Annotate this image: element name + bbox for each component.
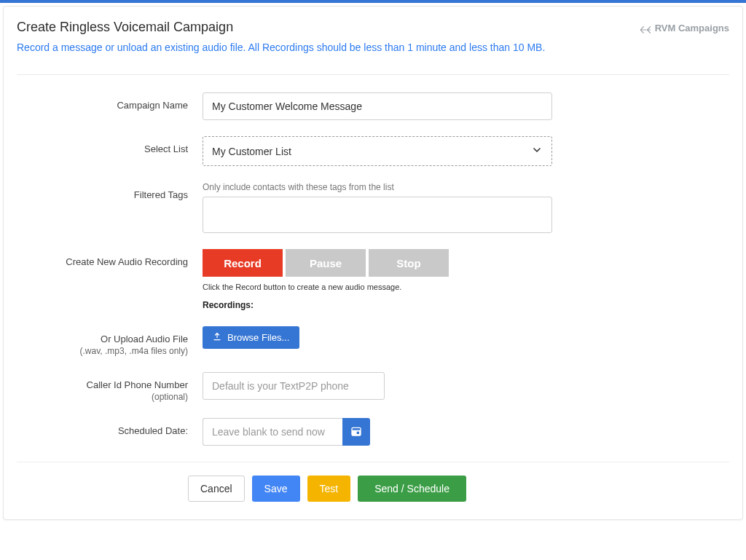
recording-button-group: Record Pause Stop xyxy=(203,249,552,277)
subtitle-link[interactable]: Record a message or unload an existing a… xyxy=(17,42,545,53)
label-upload-sub: (.wav, .mp3, .m4a files only) xyxy=(17,346,188,356)
date-input-group xyxy=(203,418,370,446)
send-schedule-button[interactable]: Send / Schedule xyxy=(358,476,466,502)
caller-id-input[interactable] xyxy=(203,372,385,400)
scheduled-date-input[interactable] xyxy=(203,418,342,446)
row-campaign-name: Campaign Name xyxy=(17,92,729,120)
label-scheduled-date: Scheduled Date: xyxy=(17,418,203,436)
calendar-button[interactable] xyxy=(342,418,370,446)
header: Create Ringless Voicemail Campaign Recor… xyxy=(17,20,729,54)
pause-button[interactable]: Pause xyxy=(286,249,366,277)
form-card: Create Ringless Voicemail Campaign Recor… xyxy=(3,6,743,520)
back-link[interactable]: RVM Campaigns xyxy=(640,23,729,33)
select-list-dropdown[interactable]: My Customer List xyxy=(203,136,552,166)
section-divider xyxy=(17,74,729,75)
label-caller-id: Caller Id Phone Number (optional) xyxy=(17,372,203,402)
label-campaign-name: Campaign Name xyxy=(17,92,203,111)
label-select-list: Select List xyxy=(17,136,203,154)
label-caller-id-main: Caller Id Phone Number xyxy=(87,379,188,390)
recordings-label: Recordings: xyxy=(203,300,552,310)
calendar-icon xyxy=(350,425,362,439)
svg-rect-3 xyxy=(357,431,359,433)
page-title: Create Ringless Voicemail Campaign xyxy=(17,20,545,35)
upload-icon xyxy=(213,332,221,343)
row-filtered-tags: Filtered Tags Only include contacts with… xyxy=(17,182,729,233)
back-link-label: RVM Campaigns xyxy=(655,23,729,33)
back-arrow-icon xyxy=(640,25,651,32)
save-button[interactable]: Save xyxy=(252,476,300,502)
stop-button[interactable]: Stop xyxy=(369,249,449,277)
filtered-tags-input[interactable] xyxy=(203,197,552,233)
chevron-down-icon xyxy=(531,144,543,158)
cancel-button[interactable]: Cancel xyxy=(188,476,245,502)
row-select-list: Select List My Customer List xyxy=(17,136,729,166)
recording-hint: Click the Record button to create a new … xyxy=(203,283,552,291)
label-create-recording: Create New Audio Recording xyxy=(17,249,203,267)
label-caller-id-sub: (optional) xyxy=(17,392,188,402)
test-button[interactable]: Test xyxy=(307,476,351,502)
label-upload-main: Or Upload Audio File xyxy=(101,334,188,344)
label-upload: Or Upload Audio File (.wav, .mp3, .m4a f… xyxy=(17,326,203,356)
select-list-value: My Customer List xyxy=(212,146,291,157)
campaign-name-input[interactable] xyxy=(203,92,552,120)
row-caller-id: Caller Id Phone Number (optional) xyxy=(17,372,729,402)
form-footer: Cancel Save Test Send / Schedule xyxy=(17,462,729,502)
record-button[interactable]: Record xyxy=(203,249,283,277)
top-accent-bar xyxy=(0,0,746,3)
label-filtered-tags: Filtered Tags xyxy=(17,182,203,200)
campaign-form: Campaign Name Select List My Customer Li… xyxy=(17,92,729,502)
filtered-tags-help: Only include contacts with these tags fr… xyxy=(203,182,552,192)
row-scheduled-date: Scheduled Date: xyxy=(17,418,729,446)
browse-files-label: Browse Files... xyxy=(227,332,289,343)
browse-files-button[interactable]: Browse Files... xyxy=(203,326,299,349)
row-upload: Or Upload Audio File (.wav, .mp3, .m4a f… xyxy=(17,326,729,356)
row-recording: Create New Audio Recording Record Pause … xyxy=(17,249,729,310)
